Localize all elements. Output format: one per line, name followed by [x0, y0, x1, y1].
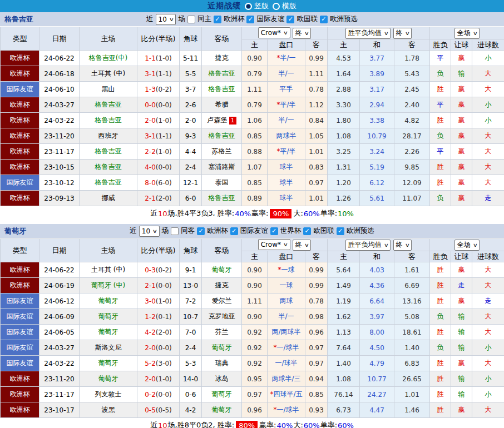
chevron-down-icon: ∨	[384, 242, 389, 248]
table-row: 欧洲杯23-11-17格鲁吉亚2-2(1-0)4-4苏格兰0.88*平/半1.0…	[1, 144, 504, 160]
date-cell: 23-11-20	[39, 371, 80, 387]
crow-select[interactable]: Crow*∨	[258, 27, 290, 38]
avg-home-odds: 1.13	[328, 325, 360, 340]
result-cell: 负	[430, 191, 451, 206]
handicap-text: 两球	[280, 297, 293, 305]
table-row: 欧洲杯24-06-22土耳其 (中)0-3(0-2)9-1葡萄牙0.90*一球0…	[1, 262, 504, 278]
sub-col-header: 客	[305, 251, 328, 262]
score-cell: 2-0(1-0)	[137, 113, 180, 128]
result-cell: 负	[430, 66, 451, 82]
handicap-cell: 半/一	[268, 66, 305, 82]
avg-select[interactable]: 胜平负均值∨	[345, 240, 391, 251]
avg-draw-value: 8.00	[369, 329, 384, 336]
avg-select[interactable]: 胜平负均值∨	[345, 28, 391, 39]
goals-result-cell: 小	[472, 51, 504, 66]
handicap-result-cell: 赢	[451, 97, 472, 113]
avg-draw-odds: 6.64	[360, 293, 394, 309]
league-checkbox[interactable]: ✓	[337, 227, 344, 235]
date-cell: 24-06-10	[39, 82, 80, 97]
table-row: 国际友谊23-10-12格鲁吉亚8-0(6-0)12-1泰国0.85球半0.97…	[1, 175, 504, 191]
date-cell: 24-06-09	[39, 309, 80, 325]
final-select-2[interactable]: 终∨	[393, 240, 412, 251]
avg-home-odds: 7.64	[328, 340, 360, 356]
full-score: 3-0	[145, 297, 156, 305]
avg-home-odds: 2.88	[328, 82, 360, 97]
league-checkbox[interactable]: ✓	[286, 16, 294, 23]
date-cell: 23-11-20	[39, 128, 80, 144]
league-checkbox[interactable]: ✓	[246, 16, 254, 23]
same-venue-checkbox[interactable]	[171, 227, 179, 235]
score-cell: 0-2(0-0)	[137, 387, 180, 402]
league-checkbox[interactable]: ✓	[320, 16, 328, 23]
avg-away-odds: 5.43	[394, 66, 430, 82]
summary-segment: 80%	[236, 421, 258, 428]
table-row: 国际友谊24-06-12葡萄牙3-0(1-0)7-2爱尔兰1.11两球0.781…	[1, 293, 504, 309]
full-match-select[interactable]: 全场∨	[454, 28, 480, 39]
full-score: 5-2	[145, 360, 156, 367]
chevron-down-icon: ∨	[404, 31, 409, 36]
league-checkbox[interactable]: ✓	[270, 227, 278, 235]
handicap-cell: *平/半	[268, 97, 305, 113]
radio-unselected-icon[interactable]	[273, 3, 280, 10]
final-select[interactable]: 终∨	[293, 240, 312, 251]
avg-draw-odds: 3.38	[360, 113, 394, 128]
radio-selected-icon[interactable]	[245, 3, 252, 10]
avg-draw-odds: 5.19	[360, 160, 394, 175]
away-team: 格鲁吉亚	[202, 66, 242, 82]
avg-away-odds: 9.85	[394, 160, 430, 175]
col-header: 客场	[202, 27, 242, 51]
handicap-result-cell: 赢	[451, 160, 472, 175]
handicap-text: 半/一	[280, 54, 295, 62]
goals-result-cell: 大	[472, 356, 504, 371]
team-section-georgia: 格鲁吉亚 近10∨场同主✓欧洲杯✓国际友谊✓欧国联✓欧洲预选 类型日期主场比分(…	[0, 12, 504, 221]
crow-home-odds: 0.90	[242, 309, 268, 325]
home-team: 格鲁吉亚	[80, 144, 137, 160]
match-count-select[interactable]: 10∨	[156, 14, 176, 25]
chevron-down-icon: ∨	[152, 228, 157, 234]
final-select-2[interactable]: 终∨	[393, 28, 412, 39]
col-header: 主场	[80, 239, 137, 262]
half-score: (2-0)	[156, 195, 172, 202]
full-match-select-value: 全场	[457, 240, 471, 250]
summary-segment: 近	[150, 208, 157, 218]
crow-away-odds: 0.83	[305, 160, 328, 175]
avg-draw-odds: 6.12	[360, 175, 394, 191]
league-checkbox[interactable]: ✓	[230, 227, 238, 235]
same-venue-checkbox[interactable]	[187, 16, 195, 23]
radio-horizontal-layout[interactable]: 横版	[273, 1, 297, 11]
avg-home-odds: 1.08	[328, 371, 360, 387]
half-score: (0-2)	[156, 266, 172, 274]
radio-horizontal-label: 横版	[282, 1, 297, 11]
league-checkbox[interactable]: ✓	[214, 16, 221, 23]
avg-draw-odds: 8.00	[360, 325, 394, 340]
league-label: 国际友谊	[256, 14, 284, 24]
radio-vertical-layout[interactable]: 竖版	[245, 1, 269, 11]
avg-away-odds: 6.69	[394, 278, 430, 293]
full-match-select[interactable]: 全场∨	[454, 240, 480, 251]
away-team: 卢森堡1	[202, 113, 242, 128]
handicap-result-cell: 赢	[451, 402, 472, 418]
away-team: 希腊	[202, 97, 242, 113]
type-cell: 国际友谊	[1, 309, 39, 325]
corner-cell: 2-4	[180, 340, 202, 356]
away-team: 冰岛	[202, 371, 242, 387]
crow-away-odds: 0.99	[305, 278, 328, 293]
avg-away-odds: 1.01	[394, 387, 430, 402]
avg-draw-value: 5.19	[369, 163, 384, 171]
result-cell: 平	[430, 97, 451, 113]
crow-select[interactable]: Crow*∨	[258, 239, 290, 250]
summary-segment: 40%	[235, 210, 251, 218]
away-team: 捷克	[202, 51, 242, 66]
summary-segment: 10	[158, 210, 167, 218]
sub-col-header: 进球数	[472, 39, 504, 51]
match-count-select[interactable]: 10∨	[139, 226, 160, 237]
handicap-text: 一/球半	[275, 359, 297, 367]
handicap-cell: 球半	[268, 175, 305, 191]
final-select[interactable]: 终∨	[293, 28, 312, 39]
league-checkbox[interactable]: ✓	[197, 227, 205, 235]
avg-home-odds: 3.30	[328, 97, 360, 113]
avg-draw-value: 6.12	[369, 179, 384, 187]
league-checkbox[interactable]: ✓	[303, 227, 311, 235]
handicap-result-cell: 赢	[451, 144, 472, 160]
type-cell: 欧洲杯	[1, 160, 39, 175]
